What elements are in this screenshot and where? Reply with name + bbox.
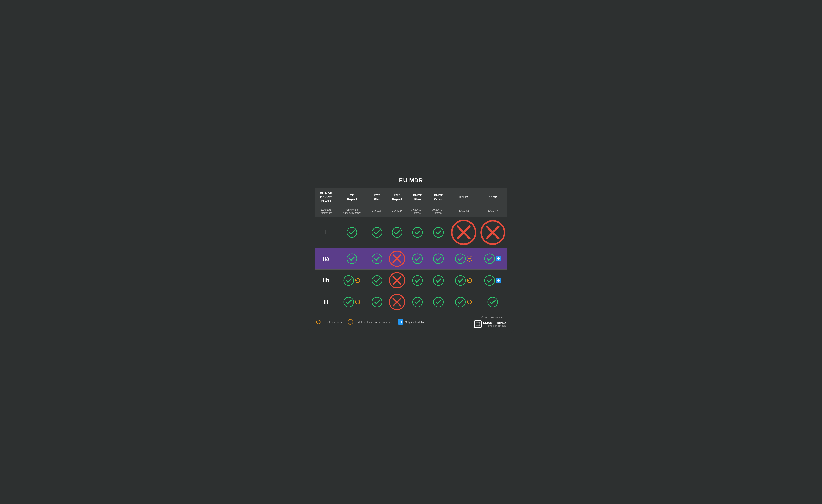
class-I: I bbox=[315, 217, 337, 248]
cell-IIa-pmcf-report bbox=[428, 248, 449, 270]
ref-pms-plan: Article 84 bbox=[367, 206, 387, 217]
refresh-icon bbox=[355, 299, 361, 305]
main-container: EU MDR EU MDRDEVICECLASS CEReport PMSPla… bbox=[308, 171, 514, 333]
header-row: EU MDRDEVICECLASS CEReport PMSPlan PMSRe… bbox=[315, 188, 507, 206]
ref-pmcf-report: Annex XIV,Part B bbox=[428, 206, 449, 217]
cell-I-pms-plan bbox=[367, 217, 387, 248]
cell-IIa-psur bbox=[449, 248, 478, 270]
svg-point-17 bbox=[433, 254, 443, 264]
col-header-psur: PSUR bbox=[449, 188, 478, 206]
arrow-icon bbox=[496, 278, 501, 283]
cell-III-pmcf-plan bbox=[407, 291, 428, 313]
svg-point-2 bbox=[392, 227, 402, 237]
svg-point-46 bbox=[350, 322, 351, 322]
table-row-I: I bbox=[315, 217, 507, 248]
svg-point-35 bbox=[344, 297, 354, 307]
cell-IIb-pmcf-report bbox=[428, 270, 449, 291]
svg-point-4 bbox=[433, 227, 443, 237]
cell-III-ce bbox=[337, 291, 367, 313]
svg-point-22 bbox=[470, 258, 471, 259]
cell-III-pms-report bbox=[387, 291, 407, 313]
brand-container: SMART-TRIAL® by greenlight guru bbox=[474, 320, 506, 328]
ellipsis-icon bbox=[467, 256, 472, 262]
svg-point-16 bbox=[413, 254, 422, 264]
ref-pms-report: Article 85 bbox=[387, 206, 407, 217]
col-header-pmcf-plan: PMCFPlan bbox=[407, 188, 428, 206]
svg-rect-50 bbox=[477, 323, 479, 325]
col-header-pms-plan: PMSPlan bbox=[367, 188, 387, 206]
table-row-IIa: IIa bbox=[315, 248, 507, 270]
table-row-III: III bbox=[315, 291, 507, 313]
svg-point-32 bbox=[455, 276, 465, 286]
svg-point-0 bbox=[347, 227, 357, 237]
cell-I-psur bbox=[449, 217, 478, 248]
svg-point-25 bbox=[344, 276, 354, 286]
cell-IIb-ce bbox=[337, 270, 367, 291]
ref-pmcf-plan: Annex XIV,Part B bbox=[407, 206, 428, 217]
col-header-sscp: SSCP bbox=[478, 188, 507, 206]
cell-I-ce bbox=[337, 217, 367, 248]
legend-ellipsis-label: Update at least every two years bbox=[355, 321, 392, 324]
ref-ce: Article 61 &Annex XIV PartA bbox=[337, 206, 367, 217]
cell-IIa-pms-report bbox=[387, 248, 407, 270]
eu-mdr-table: EU MDRDEVICECLASS CEReport PMSPlan PMSRe… bbox=[315, 188, 507, 313]
class-IIb: IIb bbox=[315, 270, 337, 291]
cell-IIb-psur bbox=[449, 270, 478, 291]
brand-text-container: SMART-TRIAL® by greenlight guru bbox=[483, 321, 506, 327]
svg-point-42 bbox=[455, 297, 465, 307]
ref-label: EU MDRReferences bbox=[315, 206, 337, 217]
brand-sub: by greenlight guru bbox=[483, 325, 506, 327]
table-row-IIb: IIb bbox=[315, 270, 507, 291]
cell-III-pmcf-report bbox=[428, 291, 449, 313]
svg-point-41 bbox=[433, 297, 443, 307]
svg-point-40 bbox=[413, 297, 422, 307]
brand-name: SMART-TRIAL® bbox=[483, 321, 506, 325]
svg-point-20 bbox=[468, 258, 468, 259]
ref-psur: Article 86 bbox=[449, 206, 478, 217]
svg-point-23 bbox=[485, 254, 494, 264]
cell-IIb-pms-plan bbox=[367, 270, 387, 291]
legend-item-ellipsis: Update at least every two years bbox=[348, 319, 392, 325]
cell-III-sscp bbox=[478, 291, 507, 313]
ref-row: EU MDRReferences Article 61 &Annex XIV P… bbox=[315, 206, 507, 217]
cell-IIb-pms-report bbox=[387, 270, 407, 291]
cell-I-sscp bbox=[478, 217, 507, 248]
ref-sscp: Article 32 bbox=[478, 206, 507, 217]
cell-IIa-sscp bbox=[478, 248, 507, 270]
cell-I-pmcf-plan bbox=[407, 217, 428, 248]
svg-point-47 bbox=[351, 322, 352, 322]
col-header-pmcf-report: PMCFReport bbox=[428, 188, 449, 206]
cell-IIa-pms-plan bbox=[367, 248, 387, 270]
legend-arrow-label: Only implantable bbox=[405, 321, 425, 324]
svg-point-45 bbox=[349, 322, 350, 322]
legend-item-arrow: Only implantable bbox=[398, 319, 425, 325]
svg-point-1 bbox=[372, 227, 382, 237]
svg-point-18 bbox=[455, 254, 465, 264]
refresh-icon bbox=[355, 278, 361, 283]
page-title: EU MDR bbox=[315, 177, 507, 184]
legend-right: © Jon I. Bergsteinsson SMART-TRIAL® by g… bbox=[474, 316, 506, 328]
svg-point-3 bbox=[413, 227, 422, 237]
legend: Update annually Update at least every tw… bbox=[315, 316, 507, 328]
cell-I-pmcf-report bbox=[428, 217, 449, 248]
legend-ellipsis-icon bbox=[348, 319, 353, 325]
col-header-class: EU MDRDEVICECLASS bbox=[315, 188, 337, 206]
svg-point-21 bbox=[469, 258, 470, 259]
col-header-pms-report: PMSReport bbox=[387, 188, 407, 206]
svg-point-11 bbox=[347, 254, 357, 264]
cell-IIb-sscp bbox=[478, 270, 507, 291]
arrow-icon bbox=[496, 256, 501, 262]
refresh-icon bbox=[467, 299, 472, 305]
cell-IIa-ce bbox=[337, 248, 367, 270]
legend-refresh-icon bbox=[316, 319, 321, 325]
svg-point-33 bbox=[485, 276, 494, 286]
svg-point-12 bbox=[372, 254, 382, 264]
legend-refresh-label: Update annually bbox=[323, 321, 342, 324]
svg-point-31 bbox=[433, 276, 443, 286]
cell-III-pms-plan bbox=[367, 291, 387, 313]
svg-point-36 bbox=[372, 297, 382, 307]
class-IIa: IIa bbox=[315, 248, 337, 270]
svg-point-43 bbox=[488, 297, 498, 307]
svg-point-30 bbox=[413, 276, 422, 286]
refresh-icon bbox=[467, 278, 472, 283]
